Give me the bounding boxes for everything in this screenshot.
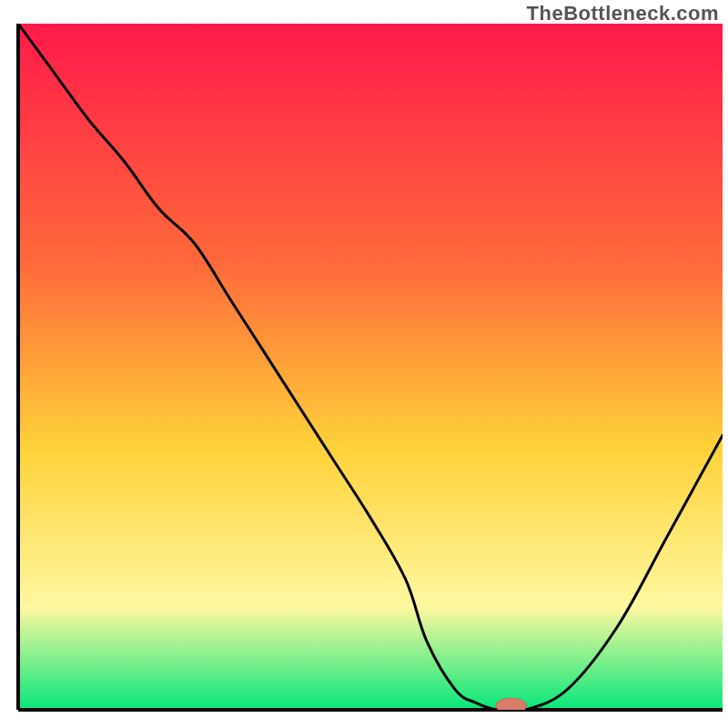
- watermark-text: TheBottleneck.com: [527, 2, 719, 25]
- chart-container: { "watermark": "TheBottleneck.com", "col…: [0, 0, 728, 728]
- gradient-background: [18, 24, 723, 710]
- bottleneck-chart: [0, 0, 728, 728]
